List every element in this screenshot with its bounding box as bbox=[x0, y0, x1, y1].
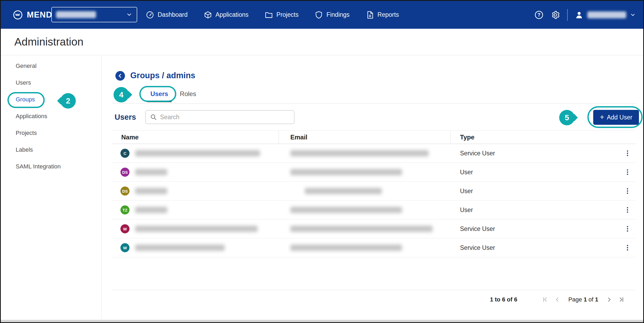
kebab-menu-icon bbox=[624, 168, 631, 176]
mend-logo-icon bbox=[12, 10, 23, 20]
main-content: Groups / admins Users Roles Users + Add … bbox=[102, 55, 643, 320]
next-page-button[interactable] bbox=[606, 296, 613, 303]
brand-name: MEND bbox=[27, 10, 52, 20]
tab-roles[interactable]: Roles bbox=[178, 90, 198, 98]
add-user-label: Add User bbox=[607, 114, 632, 121]
search-box[interactable] bbox=[145, 110, 294, 124]
redacted-email bbox=[290, 245, 402, 251]
first-page-button[interactable] bbox=[542, 296, 549, 303]
table-row[interactable]: W Service User bbox=[112, 220, 635, 238]
row-menu-button[interactable] bbox=[624, 225, 631, 233]
navbar-actions: ? bbox=[534, 1, 636, 29]
redacted-email bbox=[305, 188, 382, 194]
nav-item-label: Applications bbox=[216, 11, 249, 18]
user-type: User bbox=[460, 206, 473, 213]
sidebar-item-label: Users bbox=[16, 79, 31, 86]
cube-icon bbox=[204, 11, 212, 19]
kebab-menu-icon bbox=[624, 150, 631, 157]
avatar: W bbox=[120, 243, 129, 252]
chevron-left-icon bbox=[117, 73, 123, 79]
sidebar-item-applications[interactable]: Applications bbox=[1, 108, 102, 125]
kebab-menu-icon bbox=[624, 225, 631, 233]
of-label: of bbox=[588, 296, 593, 303]
table-footer: 1 to 6 of 6 Page 1 of 1 bbox=[112, 290, 635, 309]
sidebar-item-projects[interactable]: Projects bbox=[1, 125, 102, 141]
brand-logo[interactable]: MEND bbox=[12, 1, 52, 29]
redacted-name bbox=[135, 245, 225, 251]
row-menu-button[interactable] bbox=[624, 244, 631, 251]
sidebar-item-label: Groups bbox=[16, 96, 35, 103]
org-selector-dropdown[interactable] bbox=[51, 7, 137, 22]
row-menu-button[interactable] bbox=[624, 206, 631, 214]
nav-item-projects[interactable]: Projects bbox=[265, 11, 299, 19]
nav-item-label: Projects bbox=[277, 11, 299, 18]
first-page-icon bbox=[542, 296, 549, 303]
shield-icon bbox=[315, 11, 323, 19]
chevron-left-icon bbox=[554, 296, 561, 303]
column-header-name: Name bbox=[112, 131, 279, 144]
column-header-type: Type bbox=[451, 131, 635, 144]
redacted-name bbox=[135, 207, 167, 213]
nav-item-applications[interactable]: Applications bbox=[204, 11, 249, 19]
table-row[interactable]: C Service User bbox=[112, 144, 635, 163]
sidebar-item-general[interactable]: General bbox=[1, 57, 102, 74]
users-table: Name Email Type C Service User DS bbox=[112, 130, 635, 257]
nav-item-label: Findings bbox=[327, 11, 350, 18]
search-icon bbox=[150, 114, 157, 121]
row-menu-button[interactable] bbox=[624, 168, 631, 176]
tab-label: Users bbox=[150, 90, 168, 98]
plus-icon: + bbox=[600, 113, 604, 121]
account-menu[interactable] bbox=[575, 10, 636, 19]
tab-label: Roles bbox=[180, 90, 196, 98]
sidebar-item-users[interactable]: Users bbox=[1, 74, 102, 91]
account-name-redacted bbox=[587, 11, 626, 18]
search-input[interactable] bbox=[160, 114, 290, 121]
sidebar-item-groups[interactable]: Groups bbox=[1, 91, 102, 108]
page-label: Page bbox=[568, 296, 582, 303]
nav-item-findings[interactable]: Findings bbox=[315, 11, 350, 19]
table-row[interactable]: DS User bbox=[112, 163, 635, 182]
user-type: Service User bbox=[460, 225, 495, 232]
nav-item-reports[interactable]: Reports bbox=[366, 11, 399, 19]
total-pages: 1 bbox=[595, 296, 598, 303]
annotation-step-2: 2 bbox=[60, 93, 76, 109]
avatar: DS bbox=[120, 168, 129, 177]
svg-text:?: ? bbox=[538, 12, 541, 18]
page-title: Administration bbox=[14, 36, 83, 48]
previous-page-button[interactable] bbox=[554, 296, 561, 303]
navbar-divider bbox=[567, 9, 568, 21]
back-button[interactable] bbox=[115, 71, 125, 81]
sidebar-item-label: Labels bbox=[16, 146, 33, 153]
redacted-email bbox=[290, 169, 402, 175]
sidebar-item-labels[interactable]: Labels bbox=[1, 141, 102, 158]
nav-item-dashboard[interactable]: Dashboard bbox=[146, 11, 188, 19]
row-menu-button[interactable] bbox=[624, 187, 631, 195]
help-button[interactable]: ? bbox=[534, 10, 544, 20]
table-row[interactable]: DS User bbox=[112, 182, 635, 201]
row-menu-button[interactable] bbox=[624, 150, 631, 157]
nav-item-label: Dashboard bbox=[158, 11, 188, 18]
report-icon bbox=[366, 11, 374, 19]
table-row[interactable]: W Service User bbox=[112, 238, 635, 257]
bottom-strip bbox=[1, 320, 643, 322]
kebab-menu-icon bbox=[624, 206, 631, 214]
tabs-divider bbox=[112, 103, 635, 104]
column-header-email: Email bbox=[279, 131, 451, 144]
table-row[interactable]: TZ User bbox=[112, 201, 635, 220]
chevron-down-icon bbox=[126, 11, 132, 18]
add-user-button[interactable]: + Add User bbox=[593, 110, 639, 125]
redacted-name bbox=[135, 169, 167, 175]
annotation-step-5: 5 bbox=[559, 110, 575, 125]
redacted-email bbox=[290, 150, 429, 156]
avatar: DS bbox=[120, 187, 129, 196]
tab-users[interactable]: Users bbox=[148, 90, 171, 98]
redacted-email bbox=[290, 226, 433, 232]
avatar: W bbox=[120, 224, 129, 233]
last-page-button[interactable] bbox=[618, 296, 625, 303]
redacted-name bbox=[135, 150, 260, 156]
help-icon: ? bbox=[534, 10, 544, 20]
sidebar-item-saml-integration[interactable]: SAML Integration bbox=[1, 158, 102, 175]
settings-button[interactable] bbox=[551, 10, 560, 20]
gear-icon bbox=[551, 10, 560, 20]
chevron-down-icon bbox=[630, 12, 636, 18]
